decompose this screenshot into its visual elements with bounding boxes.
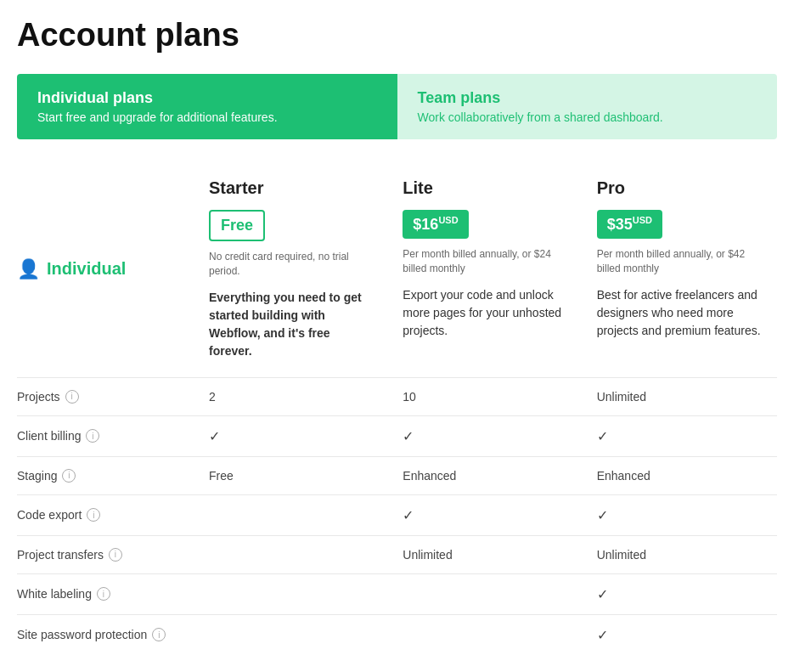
feature-label-6: Site password protectioni (17, 614, 195, 655)
plan-pro-header: Pro $35USD Per month billed annually, or… (583, 170, 777, 377)
feature-label-0: Projectsi (17, 377, 195, 415)
feature-value-2-1: Enhanced (389, 456, 583, 494)
person-icon: 👤 (17, 258, 40, 280)
checkmark-icon: ✓ (597, 428, 608, 444)
feature-value-4-0 (195, 535, 389, 573)
feature-value-5-0 (195, 573, 389, 614)
plans-grid: 👤 Individual Starter Free No credit card… (17, 170, 777, 672)
feature-value-2-2: Enhanced (583, 456, 777, 494)
tab-team-subtitle: Work collaboratively from a shared dashb… (418, 110, 757, 124)
info-icon-5[interactable]: i (97, 587, 110, 601)
plan-tabs: Individual plans Start free and upgrade … (17, 74, 777, 139)
plan-starter-header: Starter Free No credit card required, no… (195, 170, 389, 377)
feature-value-0-0: 2 (195, 377, 389, 415)
feature-label-text-4: Project transfers (17, 548, 104, 562)
info-icon-3[interactable]: i (87, 508, 100, 522)
checkmark-icon: ✓ (403, 507, 414, 523)
feature-label-text-6: Site password protection (17, 628, 147, 641)
plan-pro-name: Pro (597, 178, 763, 198)
checkmark-icon: ✓ (597, 586, 608, 602)
tab-team[interactable]: Team plans Work collaboratively from a s… (397, 74, 778, 139)
plan-starter-name: Starter (209, 178, 375, 198)
feature-label-5: White labelingi (17, 573, 195, 614)
plan-pro-note: Per month billed annually, or $42 billed… (597, 247, 763, 276)
tab-individual-subtitle: Start free and upgrade for additional fe… (37, 110, 377, 124)
page-title: Account plans (17, 17, 777, 54)
individual-label: Individual (47, 259, 126, 279)
plan-lite-desc: Export your code and unlock more pages f… (403, 286, 569, 340)
section-label-cell: 👤 Individual (17, 170, 195, 377)
cta-starter-cell: Start for free → (195, 655, 389, 672)
feature-value-6-0 (195, 614, 389, 655)
plan-lite-name: Lite (403, 178, 569, 198)
plan-pro-desc: Best for active freelancers and designer… (597, 286, 763, 340)
cta-lite-cell: Upgrade to Lite → (389, 655, 583, 672)
feature-value-4-2: Unlimited (583, 535, 777, 573)
plan-starter-price: Free (209, 210, 265, 241)
feature-value-6-2: ✓ (583, 614, 777, 655)
info-icon-2[interactable]: i (62, 469, 76, 483)
feature-label-1: Client billingi (17, 415, 195, 456)
feature-value-5-1 (389, 573, 583, 614)
info-icon-6[interactable]: i (152, 628, 166, 641)
plan-lite-note: Per month billed annually, or $24 billed… (403, 247, 569, 276)
feature-value-0-1: 10 (389, 377, 583, 415)
feature-value-1-2: ✓ (583, 415, 777, 456)
cta-pro-cell: Upgrade to Pro → (583, 655, 777, 672)
checkmark-icon: ✓ (597, 507, 608, 523)
feature-value-1-0: ✓ (195, 415, 389, 456)
feature-label-text-5: White labeling (17, 587, 92, 601)
feature-value-1-1: ✓ (389, 415, 583, 456)
feature-label-4: Project transfersi (17, 535, 195, 573)
checkmark-icon: ✓ (209, 428, 220, 444)
feature-value-0-2: Unlimited (583, 377, 777, 415)
feature-value-5-2: ✓ (583, 573, 777, 614)
info-icon-4[interactable]: i (109, 548, 122, 562)
feature-label-3: Code exporti (17, 494, 195, 535)
plan-starter-note: No credit card required, no trial period… (209, 250, 375, 279)
feature-value-6-1 (389, 614, 583, 655)
feature-value-3-1: ✓ (389, 494, 583, 535)
plan-lite-header: Lite $16USD Per month billed annually, o… (389, 170, 583, 377)
tab-individual-title: Individual plans (37, 89, 377, 107)
feature-value-3-0 (195, 494, 389, 535)
plan-pro-price: $35USD (597, 210, 662, 239)
feature-label-text-2: Staging (17, 469, 57, 483)
plan-starter-desc: Everything you need to get started build… (209, 289, 375, 360)
feature-label-text-0: Projects (17, 390, 60, 404)
cta-empty-cell (17, 655, 195, 672)
feature-value-3-2: ✓ (583, 494, 777, 535)
info-icon-1[interactable]: i (86, 429, 99, 443)
info-icon-0[interactable]: i (65, 390, 79, 404)
tab-individual[interactable]: Individual plans Start free and upgrade … (17, 74, 397, 139)
checkmark-icon: ✓ (403, 428, 414, 444)
feature-value-2-0: Free (195, 456, 389, 494)
feature-value-4-1: Unlimited (389, 535, 583, 573)
checkmark-icon: ✓ (597, 627, 608, 643)
feature-label-text-3: Code export (17, 508, 82, 522)
tab-team-title: Team plans (418, 89, 757, 107)
feature-label-text-1: Client billing (17, 429, 81, 443)
plan-lite-price: $16USD (403, 210, 468, 239)
feature-label-2: Stagingi (17, 456, 195, 494)
